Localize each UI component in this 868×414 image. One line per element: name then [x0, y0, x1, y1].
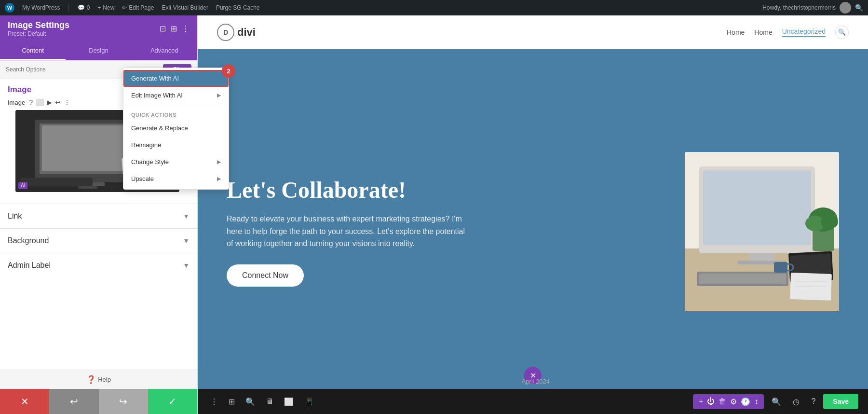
bottom-add-icon[interactable]: + [699, 397, 703, 406]
edit-page-label: Edit Page [129, 4, 154, 11]
logo-d-text: D [223, 28, 228, 36]
undo-button[interactable]: ↩ [49, 389, 98, 414]
save-check-icon: ✓ [168, 396, 176, 407]
bottom-toolbar: ⋮ ⊞ 🔍 🖥 ⬜ 📱 + ⏻ 🗑 ⚙ 🕐 ↕ 🔍 ◷ ? [198, 389, 868, 414]
svg-rect-30 [774, 262, 787, 273]
bottom-settings-icon[interactable]: ⚙ [730, 397, 737, 406]
save-button[interactable]: Save [823, 394, 858, 409]
edit-image-ai-item[interactable]: Edit Image With AI ▶ [123, 87, 229, 104]
upscale-item[interactable]: Upscale ▶ [123, 170, 229, 187]
ai-dropdown-menu: Generate With AI 2 Edit Image With AI ▶ … [123, 68, 229, 190]
comments-count: 0 [87, 4, 90, 11]
comments-link[interactable]: 💬 0 [78, 4, 90, 11]
bottom-resize-icon[interactable]: ↕ [754, 397, 758, 406]
cancel-button[interactable]: ✕ [0, 389, 49, 414]
image-row-label: Image [8, 99, 25, 106]
site-search-icon[interactable]: 🔍 [835, 26, 849, 39]
svg-rect-3 [42, 125, 124, 171]
wp-logo-icon: W [5, 3, 14, 13]
sidebar-title-group: Image Settings Preset: Default [8, 20, 69, 37]
sidebar-help: ❓ Help [0, 370, 197, 389]
bottom-more-icon[interactable]: ⋮ [207, 394, 221, 409]
bottom-desktop-icon[interactable]: 🖥 [263, 394, 276, 409]
sidebar-responsive-icon[interactable]: ⊡ [160, 24, 166, 33]
help-label: Help [98, 376, 111, 383]
user-avatar[interactable] [840, 2, 851, 14]
redo-button[interactable]: ↪ [99, 389, 148, 414]
bottom-tablet-icon[interactable]: ⬜ [281, 394, 297, 409]
tab-advanced[interactable]: Advanced [132, 42, 197, 60]
image-undo-icon[interactable]: ↩ [55, 98, 61, 106]
bottom-search-icon[interactable]: 🔍 [243, 394, 258, 409]
bottom-purple-actions: + ⏻ 🗑 ⚙ 🕐 ↕ [693, 394, 764, 409]
wordpress-logo[interactable]: W [5, 3, 14, 13]
sidebar-more-icon[interactable]: ⋮ [182, 24, 190, 33]
connect-now-button[interactable]: Connect Now [227, 264, 304, 287]
sidebar-header: Image Settings Preset: Default ⊡ ⊞ ⋮ [0, 15, 197, 42]
my-wordpress-label: My WordPress [22, 4, 60, 11]
upscale-label: Upscale [131, 175, 154, 182]
generate-with-ai-item[interactable]: Generate With AI 2 [123, 70, 229, 87]
background-section[interactable]: Background ▼ [0, 228, 197, 253]
edit-image-arrow-icon: ▶ [217, 92, 221, 98]
tab-design[interactable]: Design [66, 42, 131, 60]
generate-ai-label: Generate With AI [131, 75, 179, 82]
new-link[interactable]: + New [97, 4, 114, 11]
bottom-bar-right: + ⏻ 🗑 ⚙ 🕐 ↕ 🔍 ◷ ? Save [693, 394, 858, 409]
image-pointer-icon[interactable]: ▶ [47, 98, 52, 106]
exit-visual-builder-link[interactable]: Exit Visual Builder [162, 4, 208, 11]
bottom-history-icon[interactable]: ◷ [789, 394, 803, 409]
site-nav: D divi Home Home Uncategorized 🔍 [198, 15, 868, 49]
svg-rect-6 [20, 178, 93, 186]
bottom-mobile-icon[interactable]: 📱 [301, 394, 317, 409]
quick-actions-title: Quick Actions [123, 108, 229, 120]
bottom-grid-icon[interactable]: ⊞ [226, 394, 238, 409]
bottom-power-icon[interactable]: ⏻ [707, 397, 715, 406]
bottom-delete-icon[interactable]: 🗑 [719, 397, 726, 406]
tab-content[interactable]: Content [0, 42, 66, 60]
svg-rect-20 [699, 274, 786, 284]
admin-search-icon[interactable]: 🔍 [855, 4, 863, 12]
upscale-arrow-icon: ▶ [217, 176, 221, 182]
image-row-icons: ? ⬜ ▶ ↩ ⋮ [29, 98, 70, 106]
svg-rect-17 [750, 253, 774, 261]
hero-text-area: Let's Collaborate! Ready to elevate your… [227, 177, 665, 287]
my-wordpress-link[interactable]: My WordPress [22, 4, 60, 11]
admin-label-section[interactable]: Admin Label ▼ [0, 253, 197, 277]
background-label: Background [8, 236, 49, 245]
svg-rect-5 [78, 186, 97, 189]
confirm-button[interactable]: ✓ [148, 389, 197, 414]
nav-home-1[interactable]: Home [727, 28, 745, 36]
edit-page-link[interactable]: ✏ Edit Page [122, 4, 154, 11]
link-section[interactable]: Link ▼ [0, 204, 197, 228]
bottom-clock-icon[interactable]: 🕐 [741, 397, 750, 406]
image-more-icon[interactable]: ⋮ [64, 98, 70, 106]
footer-date: April 2024 [521, 378, 550, 385]
generate-replace-item[interactable]: Generate & Replace [123, 120, 229, 137]
admin-bar: W My WordPress | 💬 0 + New ✏ Edit Page E… [0, 0, 868, 15]
nav-uncategorized[interactable]: Uncategorized [782, 28, 826, 37]
badge-2: 2 [222, 64, 235, 78]
image-device-icon[interactable]: ⬜ [36, 98, 44, 106]
bottom-help-icon[interactable]: ? [807, 394, 819, 409]
change-style-arrow-icon: ▶ [217, 159, 221, 165]
purge-cache-link[interactable]: Purge SG Cache [216, 4, 260, 11]
image-help-icon[interactable]: ? [29, 98, 33, 106]
footer-dot: • [516, 378, 518, 385]
reimagine-item[interactable]: Reimagine [123, 137, 229, 153]
sep1: | [68, 3, 69, 12]
sidebar-title: Image Settings [8, 20, 69, 30]
nav-home-2[interactable]: Home [754, 28, 772, 36]
redo-icon: ↪ [119, 396, 127, 407]
bottom-right-search-icon[interactable]: 🔍 [768, 394, 785, 409]
sidebar-preset: Preset: Default [8, 30, 69, 37]
logo-circle: D [217, 24, 234, 41]
comment-icon: 💬 [78, 4, 85, 11]
logo-name: divi [237, 26, 256, 39]
footer-date-hint: • April 2024 [516, 378, 550, 385]
purge-label: Purge SG Cache [216, 4, 260, 11]
sidebar-columns-icon[interactable]: ⊞ [171, 24, 177, 33]
main-layout: Image Settings Preset: Default ⊡ ⊞ ⋮ Con… [0, 0, 868, 414]
help-circle-icon[interactable]: ❓ [86, 375, 96, 384]
change-style-item[interactable]: Change Style ▶ [123, 153, 229, 170]
